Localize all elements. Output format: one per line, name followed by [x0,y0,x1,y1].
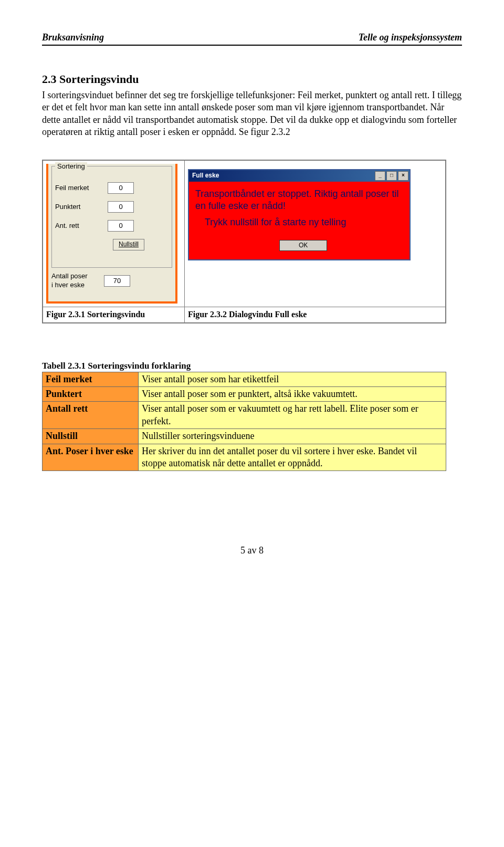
value-antall-poser[interactable]: 70 [104,275,130,287]
page-header: Bruksanvisning Telle og inspeksjonssyste… [42,32,462,46]
label-antall-poser: Antall poser i hver eske [51,272,104,290]
table-row: Antall rett Viser antall poser som er va… [43,402,446,429]
cell-val: Her skriver du inn det antallet poser du… [139,444,446,471]
sortering-groupbox: Sortering Feil merket 0 Punktert 0 Ant. … [51,166,172,268]
cell-val: Viser antall poser som er vakuumtett og … [139,402,446,429]
table-title: Tabell 2.3.1 Sorteringsvindu forklaring [42,360,462,372]
figures-row: Sortering Feil merket 0 Punktert 0 Ant. … [42,160,446,323]
ok-button[interactable]: OK [279,240,327,252]
cell-key: Feil merket [43,372,139,386]
value-punktert[interactable]: 0 [108,201,134,213]
label-ant-rett: Ant. rett [55,222,108,231]
dialog-body: Transportbåndet er stoppet. Riktig antal… [189,182,410,260]
value-ant-rett[interactable]: 0 [108,220,134,232]
table-row: Ant. Poser i hver eske Her skriver du in… [43,444,446,471]
field-antall-poser: Antall poser i hver eske 70 [51,272,172,290]
caption-right: Figur 2.3.2 Dialogvindu Full eske [184,307,445,322]
cell-val: Viser antall poser som har etikettfeil [139,372,446,386]
label-antall-poser-line1: Antall poser [51,272,88,280]
nullstill-button[interactable]: Nullstill [113,239,144,250]
label-punktert: Punktert [55,203,108,212]
field-punktert: Punktert 0 [55,201,169,213]
minimize-icon[interactable]: _ [375,171,385,181]
explanation-table: Feil merket Viser antall poser som har e… [42,372,446,472]
cell-val: Nullstiller sorteringsvinduene [139,429,446,444]
cell-key: Ant. Poser i hver eske [43,444,139,471]
table-row: Punktert Viser antall poser som er punkt… [43,387,446,402]
value-feil-merket[interactable]: 0 [108,182,134,194]
field-feil-merket: Feil merket 0 [55,182,169,194]
section-body: I sorteringsvinduet befinner det seg tre… [42,89,462,139]
cell-key: Punktert [43,387,139,402]
table-row: Nullstill Nullstiller sorteringsvinduene [43,429,446,444]
dialog-message-2: Trykk nullstill for å starte ny telling [205,216,403,228]
page-footer: 5 av 8 [42,545,462,557]
cell-val: Viser antall poser som er punktert, alts… [139,387,446,402]
header-right: Telle og inspeksjonssystem [359,32,462,44]
close-icon[interactable]: × [398,171,408,181]
label-feil-merket: Feil merket [55,184,108,193]
dialog-message-1: Transportbåndet er stoppet. Riktig antal… [195,188,403,213]
table-row: Feil merket Viser antall poser som har e… [43,372,446,386]
field-ant-rett: Ant. rett 0 [55,220,169,232]
section-title: 2.3 Sorteringsvindu [42,72,462,87]
dialog-title: Full eske [192,172,374,180]
cell-key: Nullstill [43,429,139,444]
groupbox-title: Sortering [55,162,87,171]
figure-right-cell: Full eske _ □ × Transportbåndet er stopp… [184,160,445,307]
cell-key: Antall rett [43,402,139,429]
maximize-icon[interactable]: □ [386,171,397,181]
caption-left: Figur 2.3.1 Sorteringsvindu [43,307,185,322]
sortering-panel: Sortering Feil merket 0 Punktert 0 Ant. … [46,164,177,304]
figure-left-cell: Sortering Feil merket 0 Punktert 0 Ant. … [43,160,185,307]
dialog-full-eske: Full eske _ □ × Transportbåndet er stopp… [188,169,411,261]
header-left: Bruksanvisning [42,32,104,44]
label-antall-poser-line2: i hver eske [51,281,85,289]
dialog-titlebar[interactable]: Full eske _ □ × [189,170,410,182]
